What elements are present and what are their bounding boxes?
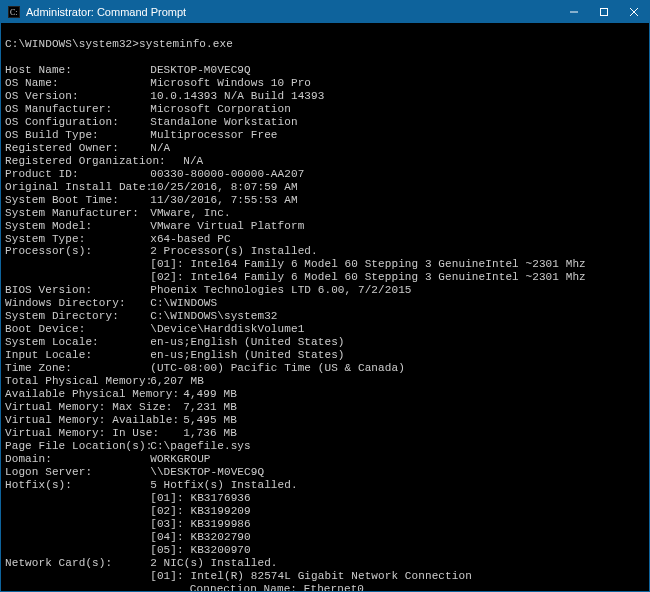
minimize-button[interactable] — [559, 1, 589, 23]
row-total-phys: Total Physical Memory:6,207 MB — [5, 375, 204, 387]
hotfix-1: [01]: KB3176936 — [5, 492, 645, 505]
row-os-name: OS Name:Microsoft Windows 10 Pro — [5, 77, 311, 89]
row-boot-device: Boot Device:\Device\HarddiskVolume1 — [5, 323, 304, 335]
row-hotfixes: Hotfix(s):5 Hotfix(s) Installed. — [5, 479, 298, 491]
row-host-name: Host Name:DESKTOP-M0VEC9Q — [5, 64, 251, 76]
row-bios: BIOS Version:Phoenix Technologies LTD 6.… — [5, 284, 412, 296]
processor-1: [01]: Intel64 Family 6 Model 60 Stepping… — [5, 258, 645, 271]
titlebar[interactable]: C: Administrator: Command Prompt — [1, 1, 649, 23]
row-input-locale: Input Locale:en-us;English (United State… — [5, 349, 345, 361]
hotfix-4: [04]: KB3202790 — [5, 531, 645, 544]
svg-text:C:: C: — [10, 8, 18, 17]
row-os-version: OS Version:10.0.14393 N/A Build 14393 — [5, 90, 324, 102]
row-processors: Processor(s):2 Processor(s) Installed. — [5, 245, 318, 257]
hotfix-3: [03]: KB3199986 — [5, 518, 645, 531]
row-windows-dir: Windows Directory:C:\WINDOWS — [5, 297, 217, 309]
row-system-manufacturer: System Manufacturer:VMware, Inc. — [5, 207, 231, 219]
prompt-line: C:\WINDOWS\system32>systeminfo.exe — [5, 38, 233, 50]
row-system-model: System Model:VMware Virtual Platform — [5, 220, 304, 232]
row-registered-org: Registered Organization:N/A — [5, 155, 203, 167]
hotfix-2: [02]: KB3199209 — [5, 505, 645, 518]
row-system-locale: System Locale:en-us;English (United Stat… — [5, 336, 345, 348]
row-registered-owner: Registered Owner:N/A — [5, 142, 170, 154]
row-os-build-type: OS Build Type:Multiprocessor Free — [5, 129, 278, 141]
row-original-install: Original Install Date:10/25/2016, 8:07:5… — [5, 181, 298, 193]
command-prompt-window: C: Administrator: Command Prompt C:\WIND… — [0, 0, 650, 592]
row-time-zone: Time Zone:(UTC-08:00) Pacific Time (US &… — [5, 362, 405, 374]
svg-rect-4 — [601, 9, 608, 16]
row-product-id: Product ID:00330-80000-00000-AA207 — [5, 168, 304, 180]
window-controls — [559, 1, 649, 23]
row-vm-avail: Virtual Memory: Available:5,495 MB — [5, 414, 237, 426]
row-os-configuration: OS Configuration:Standalone Workstation — [5, 116, 298, 128]
maximize-button[interactable] — [589, 1, 619, 23]
nic-1: [01]: Intel(R) 82574L Gigabit Network Co… — [5, 570, 645, 583]
row-system-dir: System Directory:C:\WINDOWS\system32 — [5, 310, 278, 322]
row-system-boot: System Boot Time:11/30/2016, 7:55:53 AM — [5, 194, 298, 206]
row-avail-phys: Available Physical Memory:4,499 MB — [5, 388, 237, 400]
window-title: Administrator: Command Prompt — [26, 6, 559, 18]
processor-2: [02]: Intel64 Family 6 Model 60 Stepping… — [5, 271, 645, 284]
row-network: Network Card(s):2 NIC(s) Installed. — [5, 557, 278, 569]
row-vm-max: Virtual Memory: Max Size:7,231 MB — [5, 401, 237, 413]
row-pagefile: Page File Location(s):C:\pagefile.sys — [5, 440, 251, 452]
hotfix-5: [05]: KB3200970 — [5, 544, 645, 557]
row-logon-server: Logon Server:\\DESKTOP-M0VEC9Q — [5, 466, 264, 478]
terminal-output[interactable]: C:\WINDOWS\system32>systeminfo.exe Host … — [1, 23, 649, 591]
row-system-type: System Type:x64-based PC — [5, 233, 231, 245]
row-os-manufacturer: OS Manufacturer:Microsoft Corporation — [5, 103, 291, 115]
row-domain: Domain:WORKGROUP — [5, 453, 211, 465]
row-vm-inuse: Virtual Memory: In Use:1,736 MB — [5, 427, 237, 439]
close-button[interactable] — [619, 1, 649, 23]
nic-1-connection: Connection Name: Ethernet0 — [5, 583, 645, 591]
cmd-icon: C: — [7, 5, 21, 19]
